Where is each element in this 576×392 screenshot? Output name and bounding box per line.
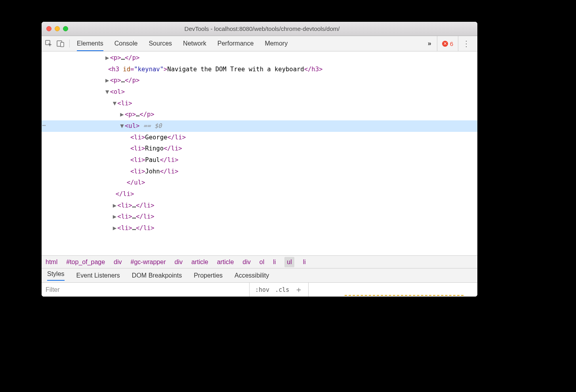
- error-badge-icon: ✕: [442, 41, 448, 47]
- crumb[interactable]: html: [46, 259, 57, 266]
- hov-toggle[interactable]: :hov: [255, 286, 269, 293]
- dom-node[interactable]: ▶<li>…</li>: [42, 223, 477, 234]
- crumb[interactable]: div: [175, 259, 183, 266]
- dom-node[interactable]: ▶<li>…</li>: [42, 200, 477, 211]
- highlight-strip: [345, 295, 463, 297]
- crumb-selected[interactable]: ul: [284, 257, 294, 267]
- dom-node[interactable]: </ul>: [42, 177, 477, 188]
- devtools-window: DevTools - localhost:8080/web/tools/chro…: [42, 22, 477, 297]
- close-icon[interactable]: [46, 26, 51, 31]
- tab-memory[interactable]: Memory: [265, 37, 288, 51]
- titlebar: DevTools - localhost:8080/web/tools/chro…: [42, 22, 477, 36]
- cls-toggle[interactable]: .cls: [275, 286, 289, 293]
- traffic-lights: [46, 26, 68, 31]
- crumb[interactable]: article: [191, 259, 208, 266]
- tab-sources[interactable]: Sources: [149, 37, 172, 51]
- dom-node[interactable]: ▶<p>…</p>: [42, 109, 477, 120]
- tab-performance[interactable]: Performance: [217, 37, 254, 51]
- tab-elements[interactable]: Elements: [77, 37, 103, 51]
- subtab-event-listeners[interactable]: Event Listeners: [76, 272, 120, 279]
- dom-node[interactable]: <li>Paul</li>: [42, 154, 477, 166]
- subtab-dom-breakpoints[interactable]: DOM Breakpoints: [132, 272, 182, 279]
- dom-node-selected[interactable]: ⋯ ▼<ul> == $0: [42, 120, 477, 132]
- crumb[interactable]: div: [114, 259, 122, 266]
- dom-node[interactable]: <li>John</li>: [42, 166, 477, 177]
- minimize-icon[interactable]: [55, 26, 60, 31]
- dom-node[interactable]: ▶<p>…</p>: [42, 52, 477, 64]
- dom-tree[interactable]: ▶<p>…</p> <h3 id="keynav">Navigate the D…: [42, 51, 477, 255]
- dom-node[interactable]: ▶<p>…</p>: [42, 75, 477, 86]
- subtab-accessibility[interactable]: Accessibility: [235, 272, 269, 279]
- breadcrumb: html #top_of_page div #gc-wrapper div ar…: [42, 255, 477, 268]
- crumb[interactable]: #top_of_page: [66, 259, 105, 266]
- panel-tabs: Elements Console Sources Network Perform…: [70, 37, 422, 51]
- crumb[interactable]: ol: [259, 259, 264, 266]
- crumb[interactable]: li: [303, 259, 306, 266]
- dom-node[interactable]: ▶<li>…</li>: [42, 211, 477, 223]
- window-title: DevTools - localhost:8080/web/tools/chro…: [71, 25, 473, 32]
- zoom-icon[interactable]: [63, 26, 68, 31]
- subtab-styles[interactable]: Styles: [47, 270, 65, 281]
- error-count: 6: [450, 40, 453, 47]
- inspect-icon[interactable]: [45, 40, 53, 48]
- styles-filter-input[interactable]: [42, 283, 250, 297]
- filter-bar: :hov .cls ＋: [42, 282, 477, 297]
- tab-network[interactable]: Network: [183, 37, 206, 51]
- toolbar: Elements Console Sources Network Perform…: [42, 36, 477, 51]
- dom-node[interactable]: ▼<ol>: [42, 86, 477, 98]
- new-style-rule-icon[interactable]: ＋: [295, 284, 303, 295]
- selected-marker-icon: ⋯: [42, 120, 46, 131]
- dom-node[interactable]: </li>: [42, 188, 477, 200]
- kebab-menu-icon[interactable]: ⋮: [458, 40, 474, 48]
- svg-rect-2: [61, 42, 64, 47]
- crumb[interactable]: article: [217, 259, 234, 266]
- subtab-properties[interactable]: Properties: [194, 272, 223, 279]
- crumb[interactable]: #gc-wrapper: [131, 259, 166, 266]
- dom-node[interactable]: <li>Ringo</li>: [42, 143, 477, 154]
- dom-node[interactable]: ▼<li>: [42, 98, 477, 109]
- crumb[interactable]: li: [273, 259, 276, 266]
- crumb[interactable]: div: [242, 259, 250, 266]
- styles-tabs: Styles Event Listeners DOM Breakpoints P…: [42, 268, 477, 282]
- tabs-overflow-icon[interactable]: »: [422, 40, 437, 47]
- error-counter[interactable]: ✕ 6: [437, 36, 458, 51]
- dom-node[interactable]: <h3 id="keynav">Navigate the DOM Tree wi…: [42, 64, 477, 75]
- device-icon[interactable]: [57, 40, 65, 48]
- dom-node[interactable]: <li>George</li>: [42, 132, 477, 143]
- tab-console[interactable]: Console: [114, 37, 138, 51]
